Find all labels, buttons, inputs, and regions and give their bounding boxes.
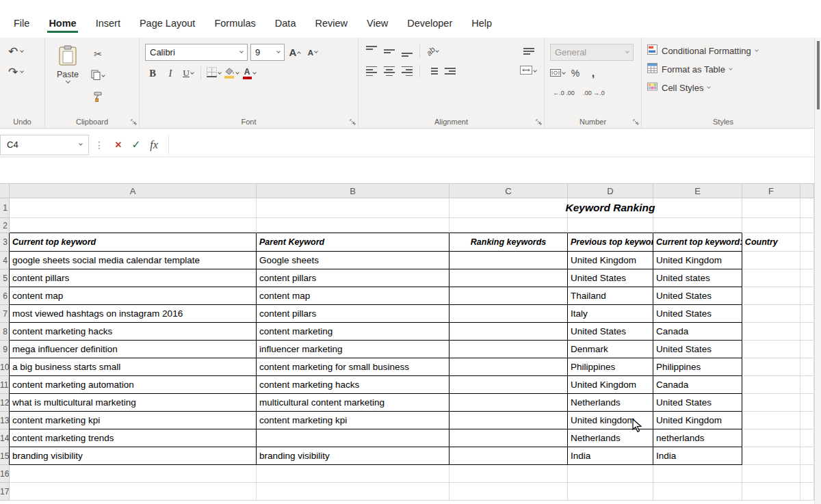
cell-G1[interactable] bbox=[800, 198, 814, 218]
cell-A7[interactable]: most viewed hashtags on instagram 2016 bbox=[10, 305, 257, 323]
cell-C3[interactable]: Ranking keywords bbox=[449, 233, 568, 252]
cell-C10[interactable] bbox=[449, 358, 568, 376]
row-header-11[interactable]: 11 bbox=[0, 376, 10, 394]
name-box[interactable]: C4 bbox=[0, 135, 89, 155]
paste-button[interactable]: Paste bbox=[51, 44, 85, 105]
row-header-14[interactable]: 14 bbox=[0, 429, 10, 447]
cell-C6[interactable] bbox=[449, 287, 568, 305]
merge-center-button[interactable] bbox=[520, 64, 536, 79]
cell-F12[interactable] bbox=[742, 394, 800, 412]
cell-E3[interactable]: Current top keyword: Country bbox=[653, 233, 742, 252]
cell-B15[interactable]: branding visibility bbox=[257, 447, 449, 465]
row-header-10[interactable]: 10 bbox=[0, 358, 10, 376]
cell-B10[interactable]: content marketing for small business bbox=[257, 358, 449, 376]
italic-button[interactable]: I bbox=[163, 66, 178, 81]
formula-bar-handle[interactable]: ⋮ bbox=[89, 140, 109, 150]
underline-button[interactable]: U bbox=[181, 66, 196, 81]
cell-E4[interactable]: United Kingdom bbox=[653, 252, 742, 269]
row-header-16[interactable]: 16 bbox=[0, 465, 10, 483]
cell-D7[interactable]: Italy bbox=[568, 305, 653, 323]
row-header-17[interactable]: 17 bbox=[0, 483, 10, 501]
cell-D12[interactable]: Netherlands bbox=[568, 394, 653, 412]
cell-C7[interactable] bbox=[449, 305, 568, 323]
cell-A9[interactable]: mega influencer definition bbox=[10, 341, 257, 358]
row-header-1[interactable]: 1 bbox=[0, 198, 10, 218]
cell-F13[interactable] bbox=[742, 412, 800, 429]
row-header-15[interactable]: 15 bbox=[0, 447, 10, 465]
row-header-9[interactable]: 9 bbox=[0, 341, 10, 358]
accounting-format-button[interactable] bbox=[550, 66, 565, 81]
enter-button[interactable]: ✓ bbox=[127, 140, 145, 150]
cell-B14[interactable] bbox=[257, 429, 449, 447]
cell-B7[interactable]: content pillars bbox=[257, 305, 449, 323]
cell-F5[interactable] bbox=[742, 269, 800, 287]
row-header-3[interactable]: 3 bbox=[0, 233, 10, 252]
cell-A11[interactable]: content marketing automation bbox=[10, 376, 257, 394]
cell-B11[interactable]: content marketing hacks bbox=[257, 376, 449, 394]
insert-function-button[interactable]: fx bbox=[145, 140, 163, 150]
cell-B17[interactable] bbox=[257, 483, 449, 501]
row-header-4[interactable]: 4 bbox=[0, 252, 10, 269]
cell-G4[interactable] bbox=[800, 252, 814, 269]
row-header-5[interactable]: 5 bbox=[0, 269, 10, 287]
cell-B12[interactable]: multicultural content marketing bbox=[257, 394, 449, 412]
cell-F16[interactable] bbox=[742, 465, 800, 483]
cell-G8[interactable] bbox=[800, 323, 814, 341]
cell-E9[interactable]: United States bbox=[653, 341, 742, 358]
tab-developer[interactable]: Developer bbox=[398, 12, 462, 38]
cell-C13[interactable] bbox=[449, 412, 568, 429]
cell-E2[interactable] bbox=[653, 218, 742, 233]
cell-C15[interactable] bbox=[449, 447, 568, 465]
font-name-select[interactable]: Calibri bbox=[145, 44, 248, 61]
cell-C14[interactable] bbox=[449, 429, 568, 447]
cell-E1[interactable] bbox=[653, 198, 742, 218]
cell-E14[interactable]: netherlands bbox=[653, 429, 742, 447]
cell-C17[interactable] bbox=[449, 483, 568, 501]
font-size-select[interactable]: 9 bbox=[250, 44, 285, 61]
cell-C9[interactable] bbox=[449, 341, 568, 358]
cell-G5[interactable] bbox=[800, 269, 814, 287]
cell-A4[interactable]: google sheets social media calendar temp… bbox=[10, 252, 257, 269]
column-header-D[interactable]: D bbox=[568, 183, 653, 198]
redo-button[interactable]: ↷ bbox=[8, 66, 38, 78]
tab-review[interactable]: Review bbox=[305, 12, 357, 38]
select-all-button[interactable] bbox=[0, 183, 10, 198]
cell-F2[interactable] bbox=[742, 218, 800, 233]
cell-A14[interactable]: content marketing trends bbox=[10, 429, 257, 447]
orientation-button[interactable]: ab bbox=[425, 44, 440, 59]
bold-button[interactable]: B bbox=[145, 66, 160, 81]
cell-C16[interactable] bbox=[449, 465, 568, 483]
cell-C8[interactable] bbox=[449, 323, 568, 341]
tab-formulas[interactable]: Formulas bbox=[205, 12, 265, 38]
row-header-2[interactable]: 2 bbox=[0, 218, 10, 233]
number-format-select[interactable]: General bbox=[550, 44, 634, 61]
tab-file[interactable]: File bbox=[4, 12, 39, 38]
column-header-F[interactable]: F bbox=[742, 183, 800, 198]
cell-G12[interactable] bbox=[800, 394, 814, 412]
cell-E7[interactable]: United States bbox=[653, 305, 742, 323]
cell-A2[interactable] bbox=[10, 218, 257, 233]
fill-color-button[interactable] bbox=[224, 66, 239, 81]
cell-F11[interactable] bbox=[742, 376, 800, 394]
cell-F1[interactable] bbox=[742, 198, 800, 218]
cell-D1[interactable]: Keyword Ranking bbox=[568, 198, 653, 218]
cell-B5[interactable]: content pillars bbox=[257, 269, 449, 287]
cell-G16[interactable] bbox=[800, 465, 814, 483]
cancel-button[interactable]: × bbox=[109, 140, 127, 150]
cell-A16[interactable] bbox=[10, 465, 257, 483]
cell-A5[interactable]: content pillars bbox=[10, 269, 257, 287]
cell-D9[interactable]: Denmark bbox=[568, 341, 653, 358]
column-header-A[interactable]: A bbox=[10, 183, 257, 198]
cell-F14[interactable] bbox=[742, 429, 800, 447]
cell-A13[interactable]: content marketing kpi bbox=[10, 412, 257, 429]
cell-B16[interactable] bbox=[257, 465, 449, 483]
increase-indent-button[interactable] bbox=[443, 64, 458, 79]
cell-C5[interactable] bbox=[449, 269, 568, 287]
cell-F17[interactable] bbox=[742, 483, 800, 501]
cell-E17[interactable] bbox=[653, 483, 742, 501]
cell-F6[interactable] bbox=[742, 287, 800, 305]
cell-G11[interactable] bbox=[800, 376, 814, 394]
cell-B2[interactable] bbox=[257, 218, 449, 233]
cell-F15[interactable] bbox=[742, 447, 800, 465]
tab-help[interactable]: Help bbox=[462, 12, 501, 38]
